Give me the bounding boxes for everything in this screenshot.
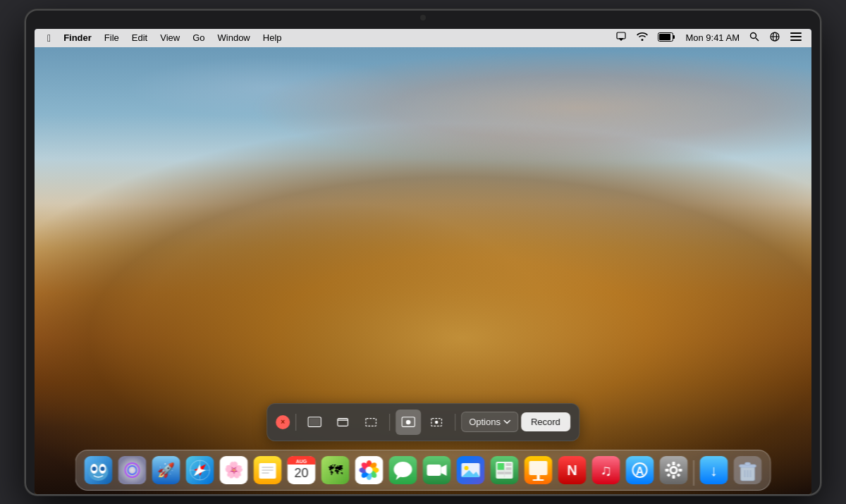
svg-rect-98 [666,469,669,472]
svg-rect-14 [309,418,320,425]
dock-item-appstore[interactable]: A [625,455,656,486]
dock-item-calendar[interactable]: AUG 20 [286,455,317,486]
dock-item-messages[interactable] [388,455,419,486]
dock-item-notes[interactable] [252,455,283,486]
edit-menu[interactable]: Edit [126,30,153,46]
options-chevron-icon [503,419,510,424]
svg-point-72 [465,466,469,470]
svg-point-65 [394,462,412,477]
dock-item-downloads[interactable]: ↓ [699,455,730,486]
svg-rect-96 [673,462,675,465]
svg-rect-3 [673,35,675,39]
capture-window-button[interactable] [330,410,355,435]
view-menu[interactable]: View [154,30,185,46]
svg-rect-43 [259,463,276,479]
svg-rect-99 [679,469,682,472]
dock-item-news[interactable]: N [557,455,588,486]
dock-item-finder[interactable] [83,455,114,486]
svg-point-63 [366,467,373,474]
close-button[interactable]: × [276,415,290,429]
datetime-label: Mon 9:41 AM [682,32,742,43]
svg-text:🌸: 🌸 [224,460,244,479]
dock-item-trash[interactable] [732,455,764,486]
svg-text:🚀: 🚀 [157,462,175,479]
cloud-overlay [35,47,811,248]
svg-rect-77 [506,463,512,466]
svg-rect-4 [659,34,670,40]
dock-item-maps[interactable]: 🗺 [320,455,351,486]
desktop: × [35,47,811,494]
svg-text:♫: ♫ [600,462,612,479]
dock-item-numbers[interactable] [489,455,520,486]
toolbar-separator-1 [295,414,296,431]
svg-rect-97 [673,475,675,479]
svg-marker-1 [618,38,624,41]
svg-text:🗺: 🗺 [329,462,343,478]
globe-icon[interactable] [766,31,783,44]
dock-item-preferences[interactable] [658,455,689,486]
svg-text:20: 20 [294,466,308,480]
svg-rect-76 [498,463,505,470]
svg-point-22 [435,420,439,424]
help-menu[interactable]: Help [257,30,288,46]
finder-menu[interactable]: Finder [58,30,97,46]
dock-item-photowheel[interactable] [354,455,385,486]
record-screen-button[interactable] [396,410,421,435]
apple-menu[interactable]:  [42,30,56,46]
dock-item-photos[interactable]: 🌸 [219,455,250,486]
mac-frame:  Finder File Edit View Go Window Help [25,9,821,496]
svg-text:↓: ↓ [710,462,718,479]
window-menu[interactable]: Window [212,30,256,46]
dock-item-launchpad[interactable]: 🚀 [151,455,182,486]
wifi-icon[interactable] [634,31,651,44]
svg-point-28 [101,467,105,471]
svg-rect-0 [617,32,625,39]
airplay-icon[interactable] [613,31,630,44]
svg-rect-84 [537,475,540,479]
svg-rect-11 [790,36,802,37]
record-button[interactable]: Record [521,412,570,431]
menubar-right: Mon 9:41 AM [613,31,804,44]
svg-point-5 [751,33,756,39]
capture-screen-button[interactable] [302,410,327,435]
dock-separator [694,460,694,486]
menubar:  Finder File Edit View Go Window Help [35,29,811,47]
dock-item-facetime[interactable] [422,455,453,486]
svg-text:N: N [567,462,577,478]
camera-notch [420,15,426,20]
file-menu[interactable]: File [99,30,125,46]
dock: 🚀 [75,450,771,491]
svg-text:AUG: AUG [296,459,307,464]
dock-item-keynote[interactable] [523,455,554,486]
svg-rect-10 [790,32,802,34]
screenshot-toolbar: × [266,403,580,441]
dock-item-photos2[interactable] [455,455,486,486]
list-icon[interactable] [787,32,804,44]
svg-rect-12 [790,39,802,41]
dock-item-siri[interactable] [117,455,148,486]
record-selection-button[interactable] [424,410,449,435]
svg-point-20 [406,420,410,424]
svg-point-27 [92,467,97,471]
svg-rect-68 [427,465,441,476]
dock-item-safari[interactable] [185,455,216,486]
dock-item-music[interactable]: ♫ [591,455,622,486]
battery-icon[interactable] [655,32,678,44]
svg-line-6 [756,38,759,41]
capture-selection-button[interactable] [358,410,384,435]
menubar-left:  Finder File Edit View Go Window Help [42,30,613,46]
go-menu[interactable]: Go [187,30,210,46]
svg-rect-29 [118,456,147,484]
svg-rect-83 [529,461,548,475]
toolbar-separator-2 [389,414,390,431]
svg-point-95 [672,468,676,472]
svg-rect-85 [533,479,544,481]
options-label: Options [469,417,501,427]
svg-text:A: A [636,465,644,477]
svg-rect-109 [745,462,751,465]
svg-rect-78 [506,467,512,470]
options-button[interactable]: Options [461,412,518,432]
search-icon[interactable] [747,32,762,44]
svg-rect-18 [366,418,376,426]
screen:  Finder File Edit View Go Window Help [35,29,811,494]
